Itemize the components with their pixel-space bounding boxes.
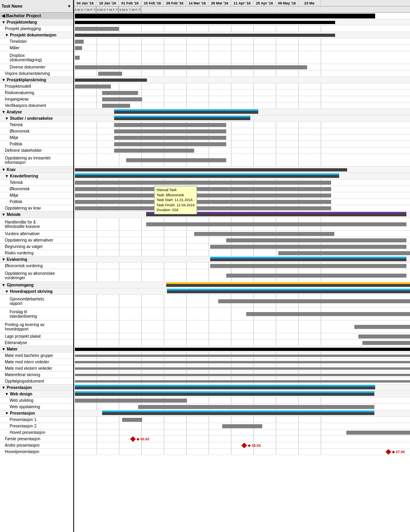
task-label: Verifikasjons dokument: [5, 103, 46, 108]
gantt-row: [74, 346, 410, 353]
task-row: Web utvikling: [0, 397, 73, 404]
date-cell: 28 Mar '16: [209, 0, 231, 6]
gantt-row: [74, 103, 410, 109]
day-cell: T: [138, 6, 141, 13]
task-row: Oppdatering av økonomiskevurderinger: [0, 269, 73, 282]
day-cell: S: [103, 6, 106, 13]
task-label: Etteranalyse: [5, 341, 27, 345]
task-label: Web oppdatering: [10, 405, 40, 409]
task-row: Lage prosjekt plakat: [0, 333, 73, 340]
task-label: Miljø: [10, 135, 18, 140]
task-row: Møte med bachelor gruppe: [0, 353, 73, 359]
gantt-bar: [75, 374, 410, 376]
task-row: Hoved presentasjon: [0, 429, 73, 436]
sort-arrow-icon[interactable]: ▼: [67, 4, 71, 8]
gantt-row: [74, 77, 410, 83]
gantt-row: [74, 288, 410, 295]
gantt-row: ◆ 02.02: [74, 436, 410, 442]
task-label: ▼ Web design: [5, 392, 32, 396]
gantt-bar: [126, 158, 226, 162]
gantt-bar: [75, 175, 339, 178]
task-row: Definere stakeholder: [0, 147, 73, 154]
task-row: Presentasjon 2.: [0, 423, 73, 429]
task-label: Politisk: [10, 142, 22, 146]
task-label: Risikoevaluering: [5, 91, 34, 95]
date-cell: 04 Jan '16: [74, 0, 96, 6]
gantt-tooltip: Manual Task Task: Økonomisk Task Start: …: [154, 186, 197, 214]
task-label: Oppdatering av krav: [5, 206, 41, 210]
gantt-row: [74, 340, 410, 346]
gantt-bar: [75, 187, 331, 191]
milestone-label: ◆ 15.03: [248, 443, 261, 447]
day-cell: S: [96, 6, 100, 13]
gantt-row: [74, 90, 410, 96]
gantt-row: [74, 282, 410, 288]
gantt-bar: [75, 85, 111, 89]
gantt-bar: [75, 393, 374, 396]
date-cell: 25 Apr '16: [253, 0, 276, 6]
gantt-row: [74, 167, 410, 173]
task-row: Økonomisk: [0, 128, 73, 135]
task-row: Gjennomførbarhetsrapport: [0, 295, 73, 308]
task-row: Web oppdatering: [0, 404, 73, 410]
task-label: Definere stakeholder: [5, 148, 42, 153]
gantt-row: [74, 38, 410, 45]
milestone-diamond: [130, 436, 136, 441]
date-cell: 23 Ma: [298, 0, 321, 6]
gantt-bar: [75, 355, 410, 357]
gantt-bar: [166, 284, 410, 287]
task-row: Vurdere alternativer: [0, 231, 73, 237]
task-label: ▼ Gjennomgang: [2, 283, 34, 287]
gantt-row: [74, 147, 410, 154]
gantt-bar: [226, 238, 406, 242]
gantt-bar: [358, 335, 410, 339]
gantt-row: [74, 205, 410, 212]
task-label: Inngangskrav: [5, 97, 29, 101]
gantt-row: [74, 83, 410, 90]
gantt-row: [74, 141, 410, 147]
task-label: Hoved presentasjon: [10, 430, 45, 435]
gantt-row: [74, 135, 410, 141]
day-cell: F: [113, 6, 116, 13]
gantt-bar: [122, 418, 142, 422]
task-label: Risiko vurdering: [5, 251, 34, 255]
task-row: Teknisk: [0, 122, 73, 128]
task-label: ▼ Presentasjon: [2, 385, 32, 390]
task-row: Visjons dokumentskriving: [0, 71, 73, 77]
task-label: Økonomisk: [10, 187, 30, 191]
date-row-top: 04 Jan '16 18 Jan '16 01 Feb '16 15 Feb …: [74, 0, 410, 6]
date-cell: 14 Mar '16: [186, 0, 209, 6]
task-row: Oppfølgingsdokument: [0, 378, 73, 385]
gantt-row: [74, 45, 410, 51]
day-cell: W: [77, 6, 80, 13]
gantt-row: [74, 13, 410, 19]
task-row: ▼ Metode: [0, 212, 73, 218]
gantt-row: [74, 295, 410, 308]
gantt-row: [74, 96, 410, 103]
task-label: Prosjekt planlegging: [5, 26, 41, 31]
gantt-row: [74, 154, 410, 167]
task-label: Måler: [10, 46, 20, 50]
task-label: Første presentasjon: [5, 437, 40, 441]
task-label: ▼ Metode: [2, 212, 21, 217]
gantt-bar: [75, 386, 375, 389]
day-cell: S: [80, 6, 84, 13]
task-label: Oppfølgingsdokument: [5, 379, 44, 383]
gantt-bar: [114, 149, 194, 153]
gantt-bar: [75, 40, 84, 44]
gantt-row: [74, 51, 410, 64]
task-row: Timelister: [0, 38, 73, 45]
gantt-row: [74, 192, 410, 199]
gantt-header: 04 Jan '16 18 Jan '16 01 Feb '16 15 Feb …: [74, 0, 410, 13]
task-label: Visjons dokumentskriving: [5, 71, 50, 76]
task-row: ▼ Møter: [0, 346, 73, 353]
task-row: Dropbox(dokumentlagring): [0, 51, 73, 64]
day-cell: W: [122, 6, 125, 13]
task-header[interactable]: Task Name ▼: [0, 0, 73, 13]
gantt-bar: [210, 245, 406, 249]
gantt-bar: [102, 97, 142, 101]
gantt-row: [74, 320, 410, 333]
task-row: Prosjekt planlegging: [0, 26, 73, 32]
task-label: ▼ Studier / undersøkelse: [5, 116, 53, 121]
task-label: Teknisk: [10, 180, 23, 185]
